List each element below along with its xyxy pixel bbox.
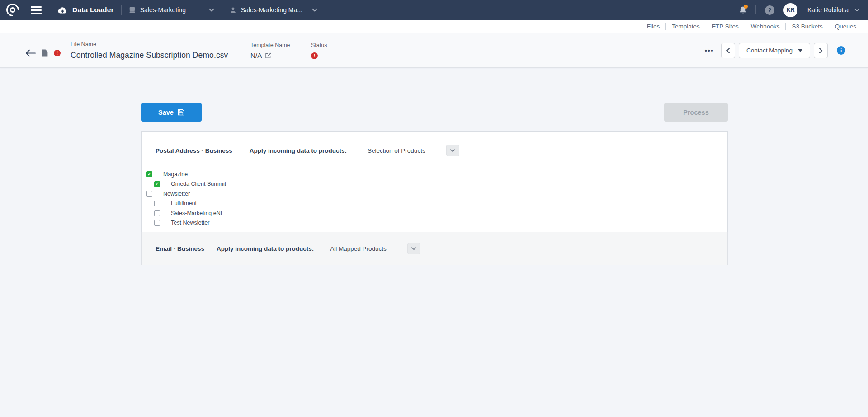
user-icon (230, 7, 236, 14)
subnav-link-files[interactable]: Files (646, 23, 661, 30)
apply-products-label: Apply incoming data to products: (250, 147, 347, 154)
file-header: ! File Name Controlled Magazine Subscrip… (0, 33, 868, 68)
app-title: Data Loader (72, 6, 114, 14)
product-label: Fulfillment (171, 200, 197, 206)
avatar: KR (783, 3, 797, 17)
user-name: Katie Robilotta (807, 6, 849, 14)
help-icon[interactable]: ? (765, 5, 774, 15)
selection-mode-value: Selection of Products (368, 147, 425, 154)
app-block: Data Loader (57, 6, 114, 14)
product-row: Newsletter (142, 189, 727, 199)
file-error-icon: ! (54, 50, 61, 56)
subnav-link-queues[interactable]: Queues (834, 23, 857, 30)
database-selector-label: Sales-Marketing (140, 6, 186, 14)
edit-template-icon[interactable] (265, 52, 272, 59)
chevron-down-icon (450, 149, 456, 152)
step-selector-label: Contact Mapping (746, 47, 793, 54)
navbar-divider (121, 5, 122, 15)
subnav-divider (665, 23, 666, 30)
email-mapping-section: Email - Business Apply incoming data to … (141, 232, 728, 265)
more-actions-icon[interactable]: ••• (705, 47, 714, 54)
selection-mode-dropdown-button[interactable] (446, 145, 459, 156)
audience-selector[interactable]: Sales-Marketing Ma... (230, 6, 318, 14)
navbar-divider (755, 5, 756, 14)
product-label: Sales-Marketing eNL (171, 210, 224, 216)
template-name-label: Template Name (250, 42, 311, 48)
chevron-down-icon (411, 247, 417, 250)
top-navbar: Data Loader Sales-Marketing Sales-Market… (0, 0, 868, 20)
cloud-upload-icon (57, 6, 68, 14)
product-row: Sales-Marketing eNL (142, 208, 727, 218)
file-name-value: Controlled Magazine Subscription Demo.cs… (71, 51, 250, 60)
toolbar: Save Process (141, 103, 728, 122)
checkbox-checked[interactable] (154, 181, 160, 187)
checkbox-unchecked[interactable] (154, 210, 160, 216)
demographic-title: Email - Business (156, 245, 204, 252)
checkbox-checked[interactable] (146, 171, 152, 177)
subnav-divider (829, 23, 829, 30)
secondary-nav: FilesTemplatesFTP SitesWebhooksS3 Bucket… (0, 20, 868, 33)
chevron-down-icon (854, 8, 860, 12)
status-error-icon: ! (311, 52, 318, 59)
subnav-link-s3-buckets[interactable]: S3 Buckets (791, 23, 823, 30)
info-icon[interactable]: i (837, 46, 845, 55)
checkbox-unchecked[interactable] (154, 201, 160, 206)
database-icon (129, 7, 136, 14)
caret-down-icon (798, 49, 802, 52)
save-floppy-icon (178, 109, 184, 116)
subnav-link-ftp-sites[interactable]: FTP Sites (711, 23, 740, 30)
demographic-title: Postal Address - Business (156, 147, 232, 154)
chevron-down-icon (311, 8, 318, 12)
product-tree: MagazineOmeda Client SummitNewsletterFul… (142, 156, 727, 232)
product-label: Newsletter (163, 191, 190, 197)
template-name-value: N/A (250, 52, 262, 59)
database-selector[interactable]: Sales-Marketing (129, 6, 215, 14)
hamburger-menu-icon[interactable] (31, 6, 42, 14)
postal-mapping-panel: Postal Address - Business Apply incoming… (141, 131, 728, 232)
chevron-right-icon (819, 47, 823, 54)
step-selector-dropdown[interactable]: Contact Mapping (739, 43, 810, 58)
logo-dot (10, 7, 15, 13)
save-button-label: Save (158, 109, 174, 116)
product-label: Test Newsletter (171, 220, 209, 226)
omeda-logo[interactable] (6, 4, 19, 16)
process-button[interactable]: Process (664, 103, 728, 122)
data-loader-screen: Data Loader Sales-Marketing Sales-Market… (0, 0, 868, 417)
chevron-down-icon (208, 8, 215, 12)
product-row: Fulfillment (142, 199, 727, 209)
product-row: Test Newsletter (142, 218, 727, 228)
apply-products-label: Apply incoming data to products: (217, 245, 314, 252)
product-label: Magazine (163, 171, 188, 178)
subnav-divider (745, 23, 745, 30)
notification-dot (744, 5, 748, 9)
subnav-divider (785, 23, 786, 30)
selection-mode-dropdown-button[interactable] (407, 243, 420, 254)
product-row: Omeda Client Summit (142, 179, 727, 189)
selection-mode-value: All Mapped Products (330, 245, 387, 252)
status-label: Status (311, 42, 327, 48)
subnav-link-webhooks[interactable]: Webhooks (750, 23, 781, 30)
subnav-link-templates[interactable]: Templates (671, 23, 701, 30)
file-name-label: File Name (71, 41, 250, 47)
checkbox-unchecked[interactable] (146, 191, 152, 197)
previous-step-button[interactable] (721, 43, 735, 58)
postal-mapping-header: Postal Address - Business Apply incoming… (142, 132, 727, 156)
checkbox-unchecked[interactable] (154, 220, 160, 226)
back-arrow-icon[interactable] (25, 49, 36, 57)
product-row: Magazine (142, 169, 727, 179)
navbar-divider (222, 5, 222, 15)
subnav-divider (706, 23, 706, 30)
save-button[interactable]: Save (141, 103, 202, 122)
user-menu[interactable]: KR Katie Robilotta (783, 3, 860, 17)
mapping-content: Save Process Postal Address - Business A… (141, 68, 728, 265)
product-label: Omeda Client Summit (171, 181, 226, 187)
next-step-button[interactable] (814, 43, 828, 58)
chevron-left-icon (726, 47, 730, 54)
file-document-icon (42, 49, 48, 57)
notifications-bell-icon[interactable] (739, 5, 747, 15)
audience-selector-label: Sales-Marketing Ma... (241, 6, 302, 14)
